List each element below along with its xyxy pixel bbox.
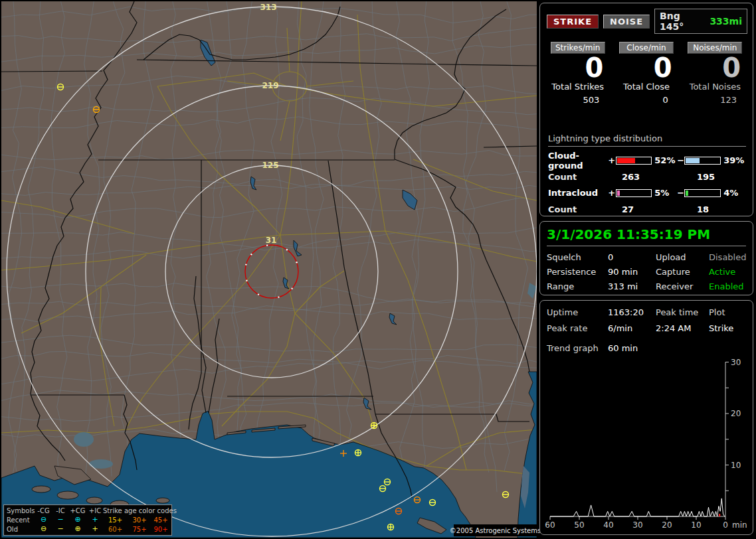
- ic-plus-icon: +: [87, 516, 103, 523]
- ic-negative-pct: 4%: [723, 188, 746, 198]
- ic-positive-bar: [616, 189, 652, 197]
- minus-sign: −: [677, 188, 684, 198]
- svg-text:30: 30: [731, 358, 741, 367]
- distribution-title: Lightning type distribution: [548, 133, 746, 147]
- total-strikes-value: 503: [545, 95, 610, 105]
- plus-sign: +: [608, 188, 615, 198]
- peak-time-label: Peak time: [656, 307, 709, 317]
- receiver-status: Enabled: [709, 281, 746, 291]
- svg-text:0: 0: [723, 520, 728, 530]
- legend-col-cg-minus: -CG: [35, 507, 52, 514]
- total-close-value: 0: [614, 95, 678, 105]
- legend-row-recent: Recent: [4, 516, 35, 524]
- squelch-label: Squelch: [547, 252, 608, 262]
- upload-label: Upload: [656, 252, 709, 262]
- intracloud-row: Intracloud + 5% − 4%: [548, 185, 746, 200]
- peak-rate-label: Peak rate: [547, 323, 608, 333]
- count-label: Count: [548, 172, 619, 182]
- svg-text:10: 10: [731, 461, 741, 470]
- ic-count-row: Count 27 18: [548, 200, 746, 218]
- system-status-panel: 3/1/2026 11:35:19 PM Squelch 0 Upload Di…: [539, 221, 753, 295]
- strike-stats-panel: STRIKE NOISE Bng 145° 333mi Strikes/min …: [539, 3, 753, 216]
- capture-status: Active: [709, 267, 746, 277]
- persistence-value: 90 min: [608, 267, 656, 277]
- peak-time-value: 2:24 AM: [656, 323, 709, 333]
- close-counter: Close/min 0 Total Close 0: [614, 42, 678, 105]
- cg-positive-bar: [616, 157, 652, 165]
- bearing-value: Bng 145°: [660, 11, 702, 32]
- lightning-distribution: Lightning type distribution Cloud-ground…: [548, 133, 746, 218]
- copyright-text: ©2005 Astrogenic Systems: [454, 524, 537, 536]
- persistence-label: Persistence: [547, 267, 608, 277]
- close-per-min-value: 0: [614, 54, 678, 82]
- age-badge-45: 45+: [151, 516, 170, 524]
- trend-graph-row: Trend graph 60 min: [547, 343, 746, 353]
- bearing-range-readout: Bng 145° 333mi: [654, 9, 747, 34]
- count-label: Count: [548, 204, 619, 214]
- range-value: 333mi: [709, 16, 742, 27]
- noises-counter: Noises/min 0 Total Noises 123: [683, 42, 747, 105]
- trend-graph-label: Trend graph: [547, 343, 608, 353]
- total-strikes-label: Total Strikes: [545, 82, 610, 92]
- svg-text:20: 20: [662, 520, 672, 530]
- ic-positive-pct: 5%: [654, 188, 677, 198]
- ic-minus-icon: −: [52, 516, 68, 523]
- symbol-legend: Symbols -CG -IC +CG +IC Strike age color…: [3, 504, 172, 536]
- receiver-label: Receiver: [656, 281, 709, 291]
- lightning-map[interactable]: 313 219 125 31: [1, 1, 537, 538]
- strike-toggle-button[interactable]: STRIKE: [547, 15, 599, 29]
- age-badge-60: 60+: [103, 526, 128, 533]
- noises-per-min-value: 0: [683, 54, 747, 82]
- strikes-per-min-value: 0: [545, 54, 610, 82]
- cg-minus-icon: ⊖: [35, 526, 52, 532]
- svg-text:min: min: [732, 520, 747, 530]
- cg-minus-icon: ⊖: [35, 516, 52, 523]
- legend-symbols-header: Symbols: [4, 507, 35, 514]
- ring-label-313: 313: [260, 3, 276, 12]
- cg-negative-pct: 39%: [723, 155, 746, 165]
- datetime-display: 3/1/2026 11:35:19 PM: [547, 226, 746, 246]
- legend-age-header: Strike age color codes: [103, 507, 170, 514]
- uptime-stats-grid: Uptime 1163:20 Peak time Plot Peak rate …: [547, 307, 746, 333]
- peak-rate-value: 6/min: [608, 323, 656, 333]
- lake-pontchartrain: [74, 432, 94, 447]
- status-grid: Squelch 0 Upload Disabled Persistence 90…: [547, 252, 746, 291]
- nexstorm-window: 313 219 125 31 Symbols -CG -IC +CG +IC S…: [0, 0, 756, 539]
- cg-positive-count: 263: [619, 172, 694, 182]
- age-badge-30: 30+: [128, 516, 151, 524]
- total-noises-value: 123: [683, 95, 747, 105]
- legend-row-old: Old: [4, 526, 35, 533]
- cg-plus-icon: ⊕: [68, 526, 87, 532]
- svg-text:40: 40: [603, 520, 613, 530]
- strike-CG+: [388, 524, 394, 530]
- plus-sign: +: [608, 155, 615, 165]
- cg-positive-pct: 52%: [654, 155, 677, 165]
- ring-label-219: 219: [262, 81, 278, 90]
- ic-minus-icon: −: [52, 526, 68, 532]
- svg-text:50: 50: [574, 520, 584, 530]
- age-badge-75: 75+: [128, 526, 151, 533]
- ic-positive-count: 27: [619, 204, 694, 214]
- plot-mode-value: Strike: [709, 323, 746, 333]
- age-badge-90: 90+: [151, 526, 170, 533]
- upload-status: Disabled: [709, 252, 746, 262]
- range-value: 313 mi: [608, 281, 656, 291]
- trend-window-value: 60 min: [608, 343, 638, 353]
- uptime-label: Uptime: [547, 307, 608, 317]
- rate-counters: Strikes/min 0 Total Strikes 503 Close/mi…: [545, 42, 747, 105]
- legend-col-ic-minus: -IC: [52, 507, 68, 514]
- strike-CG+: [355, 450, 361, 456]
- cg-negative-count: 195: [694, 172, 715, 182]
- cg-plus-icon: ⊕: [68, 516, 87, 523]
- capture-label: Capture: [656, 267, 709, 277]
- svg-text:20: 20: [731, 409, 741, 418]
- cloud-ground-row: Cloud-ground + 52% − 39%: [548, 153, 746, 168]
- cg-count-row: Count 263 195: [548, 168, 746, 185]
- ring-label-31: 31: [266, 236, 277, 245]
- legend-col-cg-plus: +CG: [68, 507, 87, 514]
- legend-col-ic-plus: +IC: [87, 507, 103, 514]
- ic-negative-bar: [684, 189, 721, 197]
- range-label: Range: [547, 281, 608, 291]
- noise-toggle-button[interactable]: NOISE: [603, 15, 650, 29]
- svg-text:10: 10: [691, 520, 701, 530]
